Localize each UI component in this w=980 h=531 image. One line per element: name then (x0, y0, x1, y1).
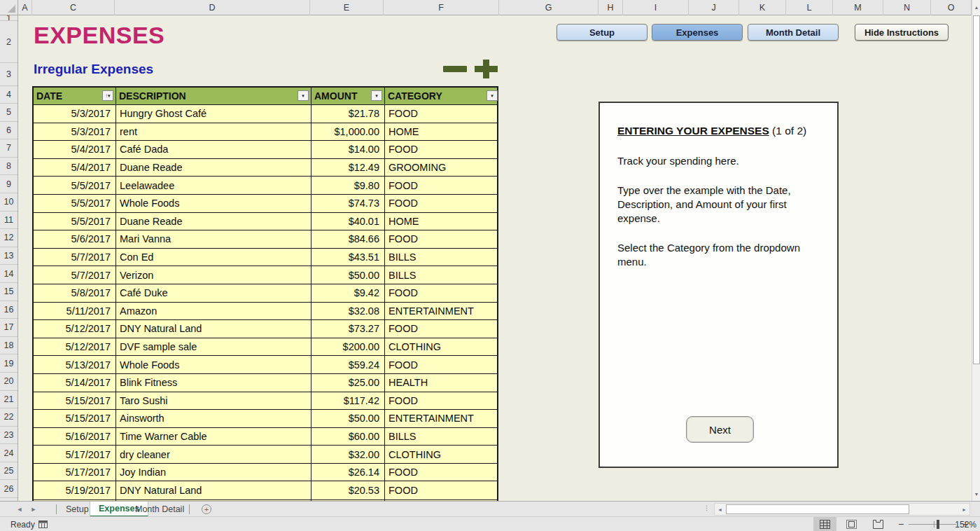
remove-row-icon[interactable] (443, 66, 467, 72)
row-header-10[interactable]: 10 (0, 193, 18, 212)
row-header-2[interactable]: 2 (0, 21, 18, 63)
column-header-date[interactable]: DATE↑▾ (34, 88, 116, 104)
scroll-left-icon[interactable]: ◄ (715, 504, 725, 515)
cell-date[interactable]: 5/15/2017 (34, 410, 116, 427)
cell-date[interactable]: 5/17/2017 (34, 464, 116, 481)
row-header-6[interactable]: 6 (0, 122, 18, 140)
cell-cat[interactable]: HOME (385, 123, 497, 141)
row-header-15[interactable]: 15 (0, 283, 18, 301)
cell-cat[interactable]: FOOD (385, 230, 497, 248)
cell-cat[interactable]: CLOTHING (385, 446, 497, 463)
cell-desc[interactable]: DNY Natural Land (116, 320, 312, 338)
cell-amount[interactable]: $20.53 (312, 481, 385, 499)
horizontal-scrollbar[interactable]: ◄ ► (714, 503, 970, 516)
cell-date[interactable]: 5/8/2017 (34, 284, 116, 302)
cell-amount[interactable]: $25.00 (312, 374, 385, 392)
select-all-corner[interactable] (0, 0, 18, 15)
cell-desc[interactable]: Leelawadee (116, 177, 312, 194)
cell-amount[interactable]: $21.78 (312, 105, 385, 123)
macro-record-icon[interactable] (38, 520, 48, 528)
sheet-tab-month-detail[interactable]: Month Detail (127, 502, 192, 517)
column-header-J[interactable]: J (689, 0, 739, 15)
cell-desc[interactable]: Time Warner Cable (116, 428, 312, 446)
cell-desc[interactable]: Ainsworth (116, 410, 312, 427)
cell-date[interactable]: 5/3/2017 (34, 123, 116, 141)
cell-date[interactable]: 5/15/2017 (34, 392, 116, 410)
cell-date[interactable]: 5/6/2017 (34, 230, 116, 248)
column-header-A[interactable]: A (18, 0, 32, 15)
cell-date[interactable]: 5/5/2017 (34, 177, 116, 194)
row-header-14[interactable]: 14 (0, 265, 18, 283)
page-break-view-button[interactable] (867, 517, 890, 531)
cell-amount[interactable]: $43.51 (312, 249, 385, 266)
cell-desc[interactable]: DVF sample sale (116, 338, 312, 356)
row-header-9[interactable]: 9 (0, 175, 18, 193)
filter-dropdown-icon[interactable]: ▾ (298, 90, 309, 101)
row-header-17[interactable]: 17 (0, 319, 18, 337)
column-header-L[interactable]: L (786, 0, 833, 15)
nav-button-expenses[interactable]: Expenses (652, 24, 743, 41)
cell-desc[interactable]: dry cleaner (116, 446, 312, 463)
cell-date[interactable]: 5/5/2017 (34, 195, 116, 212)
cell-cat[interactable]: FOOD (385, 195, 497, 212)
cell-desc[interactable]: Hungry Ghost Café (116, 105, 312, 123)
vertical-scroll-thumb[interactable] (973, 15, 980, 364)
row-header-16[interactable]: 16 (0, 301, 18, 319)
tab-splitter-handle[interactable]: ⋮ (704, 504, 708, 514)
row-header-13[interactable]: 13 (0, 247, 18, 266)
cell-amount[interactable]: $26.14 (312, 464, 385, 481)
cell-amount[interactable]: $117.42 (312, 392, 385, 410)
cell-date[interactable]: 5/19/2017 (34, 481, 116, 499)
hide-instructions-button[interactable]: Hide Instructions (855, 24, 948, 41)
cell-cat[interactable]: BILLS (385, 249, 497, 266)
normal-view-button[interactable] (813, 517, 836, 531)
row-header-23[interactable]: 23 (0, 427, 18, 445)
column-header-N[interactable]: N (883, 0, 931, 15)
new-sheet-icon[interactable]: + (202, 504, 211, 514)
cell-desc[interactable]: Duane Reade (116, 159, 312, 177)
scroll-up-icon[interactable]: ▲ (972, 1, 980, 13)
cell-cat[interactable]: FOOD (385, 356, 497, 373)
scroll-right-icon[interactable]: ► (959, 504, 969, 515)
cell-desc[interactable]: Whole Foods (116, 195, 312, 212)
cell-amount[interactable]: $9.80 (312, 177, 385, 194)
cell-amount[interactable]: $12.49 (312, 159, 385, 177)
column-header-D[interactable]: D (115, 0, 310, 15)
nav-button-setup[interactable]: Setup (556, 24, 648, 41)
cell-cat[interactable]: HOME (385, 213, 497, 230)
cell-date[interactable]: 5/7/2017 (34, 266, 116, 284)
cell-desc[interactable]: Amazon (116, 303, 312, 320)
row-header-3[interactable]: 3 (0, 63, 18, 86)
cell-cat[interactable]: FOOD (385, 284, 497, 302)
cell-amount[interactable]: $73.27 (312, 320, 385, 338)
cell-cat[interactable]: FOOD (385, 105, 497, 123)
cell-date[interactable]: 5/5/2017 (34, 213, 116, 230)
row-header-22[interactable]: 22 (0, 408, 18, 427)
cell-amount[interactable]: $32.08 (312, 303, 385, 320)
cell-amount[interactable]: $9.42 (312, 284, 385, 302)
cell-amount[interactable]: $14.00 (312, 141, 385, 158)
cell-amount[interactable]: $74.73 (312, 195, 385, 212)
cell-amount[interactable]: $50.00 (312, 266, 385, 284)
cell-date[interactable]: 5/14/2017 (34, 374, 116, 392)
column-header-H[interactable]: H (598, 0, 623, 15)
cell-date[interactable]: 5/16/2017 (34, 428, 116, 446)
cell-desc[interactable]: Taro Sushi (116, 392, 312, 410)
row-header-18[interactable]: 18 (0, 337, 18, 355)
tab-scroll-left-icon[interactable]: ◄ (14, 502, 25, 517)
row-header-4[interactable]: 4 (0, 86, 18, 104)
row-header-8[interactable]: 8 (0, 158, 18, 176)
cell-desc[interactable]: Blink Fitness (116, 374, 312, 392)
filter-dropdown-icon[interactable]: ▾ (486, 90, 498, 101)
row-header-12[interactable]: 12 (0, 229, 18, 247)
zoom-slider-track[interactable] (909, 524, 956, 525)
cell-cat[interactable]: FOOD (385, 141, 497, 158)
cell-cat[interactable]: FOOD (385, 320, 497, 338)
column-header-C[interactable]: C (32, 0, 115, 15)
filter-dropdown-icon[interactable]: ▾ (371, 90, 382, 101)
cell-date[interactable]: 5/11/2017 (34, 303, 116, 320)
cell-amount[interactable]: $60.00 (312, 428, 385, 446)
row-header-20[interactable]: 20 (0, 373, 18, 391)
nav-button-month-detail[interactable]: Month Detail (748, 24, 839, 41)
cell-desc[interactable]: Mari Vanna (116, 230, 312, 248)
